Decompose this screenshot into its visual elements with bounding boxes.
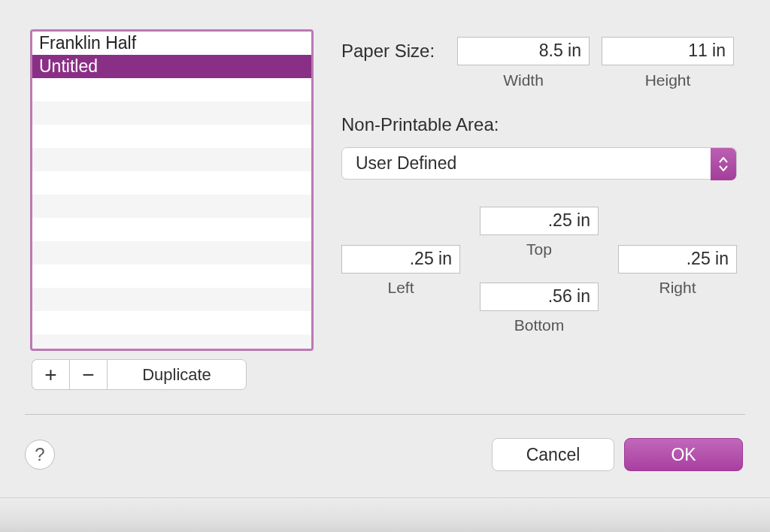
paper-size-item-empty [32,171,311,195]
cancel-button[interactable]: Cancel [492,438,614,471]
paper-size-item-empty [32,241,311,264]
margin-right-label: Right [618,279,737,297]
paper-size-item-empty [32,311,311,334]
margin-left-field[interactable]: .25 in [341,245,460,274]
help-button[interactable]: ? [25,440,55,470]
margin-bottom-label: Bottom [480,316,599,334]
height-sublabel: Height [602,71,734,89]
paper-size-label: Paper Size: [341,41,435,62]
paper-size-item-empty [32,148,311,171]
margin-top-label: Top [480,240,599,258]
add-paper-size-button[interactable]: + [32,359,69,390]
paper-size-list[interactable]: Franklin Half Untitled [30,29,314,351]
non-printable-area-label: Non-Printable Area: [341,114,499,135]
non-printable-area-preset-dropdown[interactable]: User Defined [341,147,737,180]
paper-size-item-empty [32,125,311,148]
width-sublabel: Width [457,71,590,89]
margin-bottom-field[interactable]: .56 in [480,283,599,311]
dropdown-value: User Defined [356,153,456,174]
paper-size-item-empty [32,218,311,241]
remove-paper-size-button[interactable]: − [69,359,107,390]
height-field[interactable]: 11 in [602,37,734,65]
margin-right-field[interactable]: .25 in [618,245,737,274]
paper-size-item-empty [32,78,311,101]
window-bottom-edge [0,497,770,532]
paper-size-item-empty [32,195,311,218]
width-field[interactable]: 8.5 in [457,37,590,65]
divider [25,414,745,415]
paper-size-item-empty [32,101,311,125]
paper-size-item-selected[interactable]: Untitled [32,55,311,78]
duplicate-paper-size-button[interactable]: Duplicate [107,359,247,390]
margin-top-field[interactable]: .25 in [480,207,599,235]
ok-button[interactable]: OK [624,438,743,471]
paper-size-item[interactable]: Franklin Half [32,32,311,55]
paper-size-item-empty [32,334,311,351]
paper-size-item-empty [32,288,311,311]
margin-left-label: Left [341,279,460,297]
list-controls: + − Duplicate [32,359,247,390]
dropdown-stepper-icon [711,148,736,180]
paper-size-item-empty [32,264,311,288]
